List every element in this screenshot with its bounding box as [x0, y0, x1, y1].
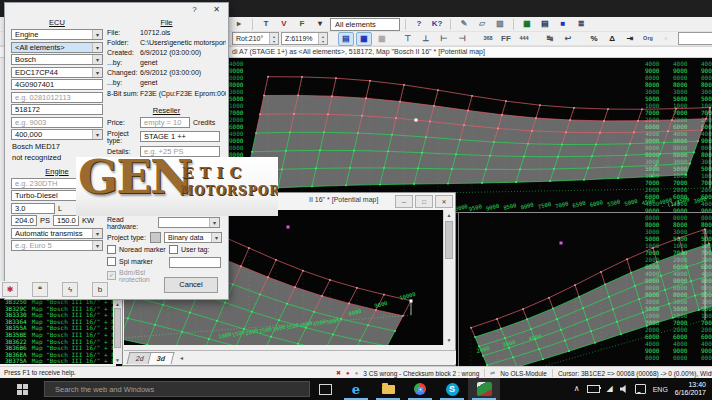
- text-map-icon[interactable]: T: [258, 17, 274, 31]
- software-version-field[interactable]: [11, 104, 103, 115]
- tab-scroll-left-icon[interactable]: ◂: [180, 353, 183, 364]
- potential-map-scrollbar[interactable]: ▲ ▼: [443, 210, 454, 345]
- scroll-thumb[interactable]: [114, 308, 121, 348]
- selection-icon[interactable]: ▫: [658, 32, 674, 46]
- axis-top-icon[interactable]: ⊤: [400, 32, 416, 46]
- noread-checkbox[interactable]: [107, 245, 116, 254]
- view-2d-icon[interactable]: ▤: [338, 32, 354, 46]
- format-dec-icon[interactable]: 368: [480, 32, 496, 46]
- taskbar-search-input[interactable]: Search the web and Windows: [44, 381, 310, 397]
- view-2d-small-icon[interactable]: ▤: [537, 17, 553, 31]
- vertex-dot: [685, 174, 687, 176]
- maximize-icon[interactable]: □: [415, 195, 433, 208]
- map-list-scrollbar[interactable]: ▲ ▼: [113, 299, 122, 364]
- value-map-icon[interactable]: V: [276, 17, 292, 31]
- scroll-down-icon[interactable]: ▼: [444, 335, 454, 345]
- power-ps-field[interactable]: [11, 215, 37, 226]
- filter-dropdown-icon[interactable]: ▾: [312, 17, 328, 31]
- zoom-spinner[interactable]: Z:6119%▴▾: [281, 32, 328, 45]
- axis-bottom-icon[interactable]: ⊥: [418, 32, 434, 46]
- software-number-field[interactable]: [11, 92, 103, 103]
- undo-icon[interactable]: ↩: [560, 32, 576, 46]
- scroll-down-icon[interactable]: ▼: [113, 355, 122, 364]
- context-help-icon[interactable]: K?: [429, 17, 445, 31]
- view-3d-icon[interactable]: ▦: [356, 32, 372, 46]
- network-icon[interactable]: ◢: [607, 385, 613, 393]
- format-word-icon[interactable]: 444: [516, 32, 532, 46]
- cancel-button[interactable]: Cancel: [164, 277, 218, 293]
- clock[interactable]: 13:40 6/16/2017: [675, 381, 706, 397]
- map-3d-secondary[interactable]: 200030004000: [459, 213, 712, 366]
- transmission-select[interactable]: Automatic transmiss▾: [11, 228, 103, 239]
- rotation-spinner[interactable]: Rot:210°▴▾: [232, 32, 279, 45]
- tab-width-icon[interactable]: ↹: [542, 32, 558, 46]
- spi-checkbox[interactable]: [107, 257, 116, 266]
- engine-type-select[interactable]: Engine▾: [11, 29, 103, 40]
- comment-icon[interactable]: ❝: [32, 282, 48, 297]
- lightning-icon[interactable]: ϟ: [62, 282, 78, 297]
- nav-next-icon[interactable]: ▸: [231, 17, 247, 31]
- graph-map-icon[interactable]: F: [294, 17, 310, 31]
- format-hex-icon[interactable]: FF: [498, 32, 514, 46]
- value-spinner-a[interactable]: ▴▾: [678, 32, 712, 45]
- hidden-icons-chevron-icon[interactable]: ∧: [574, 385, 580, 393]
- edit-map-icon[interactable]: ▱: [474, 17, 490, 31]
- start-button[interactable]: [0, 378, 44, 400]
- battery-icon[interactable]: [587, 385, 600, 393]
- edge-taskbar-button[interactable]: e: [340, 378, 372, 400]
- producer-select[interactable]: Bosch▾: [11, 54, 103, 65]
- help-icon[interactable]: ?: [411, 17, 427, 31]
- user-tag-field[interactable]: [169, 257, 221, 268]
- percent-icon[interactable]: %: [586, 32, 602, 46]
- vertex-dot: [535, 117, 537, 119]
- delta-icon[interactable]: Δ: [604, 32, 620, 46]
- hardware-number-field[interactable]: [11, 79, 103, 90]
- power-kw-field[interactable]: [53, 215, 79, 226]
- bookmark-icon[interactable]: b: [92, 282, 108, 297]
- ecu-type-select[interactable]: EDC17CP44▾: [11, 67, 103, 78]
- absolute-icon[interactable]: ⇥: [622, 32, 638, 46]
- dialog-title-bar[interactable]: ? ✕: [5, 3, 228, 16]
- read-hardware-select[interactable]: ▾: [158, 217, 220, 228]
- memory-size-select[interactable]: 400,000▾: [11, 129, 103, 140]
- tab-3d[interactable]: 3d: [147, 352, 174, 364]
- user-tag-checkbox[interactable]: [169, 245, 178, 254]
- dialog-close-icon[interactable]: ✕: [207, 3, 226, 16]
- language-indicator[interactable]: ENG: [653, 386, 668, 393]
- all-elements-select[interactable]: All elements: [330, 18, 400, 31]
- view-table-icon[interactable]: ▦: [374, 32, 390, 46]
- binary-type-select[interactable]: Binary data▾: [164, 232, 222, 243]
- winols-taskbar-button[interactable]: [468, 378, 500, 400]
- axis-right-icon[interactable]: ⊣: [454, 32, 470, 46]
- explorer-taskbar-button[interactable]: [372, 378, 404, 400]
- vertex-dot: [508, 347, 510, 349]
- emission-standard-select[interactable]: e.g. Euro 5▾: [11, 240, 103, 251]
- delete-map-icon[interactable]: ▨: [492, 17, 508, 31]
- action-center-icon[interactable]: [635, 384, 646, 394]
- chrome-taskbar-button[interactable]: [404, 378, 436, 400]
- volume-icon[interactable]: [620, 385, 628, 393]
- dialog-help-icon[interactable]: ?: [185, 3, 204, 16]
- price-field[interactable]: [140, 117, 190, 128]
- task-view-button[interactable]: [310, 378, 340, 400]
- favorites-icon[interactable]: ✱: [2, 282, 18, 297]
- map-list-row[interactable]: 3B375AMap "Bosch III 16/" + 8x8: [0, 358, 122, 364]
- skype-taskbar-button[interactable]: S: [436, 378, 468, 400]
- text-list-icon[interactable]: ≣: [573, 17, 589, 31]
- scroll-thumb[interactable]: [445, 221, 453, 259]
- minimize-icon[interactable]: ─: [395, 195, 413, 208]
- axis-left-icon[interactable]: ⊢: [436, 32, 452, 46]
- software-size-field[interactable]: [11, 117, 103, 128]
- elements-filter-select[interactable]: <All elements>▾: [11, 42, 103, 53]
- project-type-field[interactable]: [140, 131, 220, 142]
- map-3d-window-secondary[interactable]: 200030004000: [458, 213, 712, 366]
- original-icon[interactable]: Org: [640, 32, 656, 46]
- close-icon[interactable]: ✕: [435, 195, 453, 208]
- details-field[interactable]: [140, 146, 220, 157]
- vertex-dot: [417, 168, 419, 170]
- displacement-field[interactable]: [11, 203, 55, 214]
- view-3d-small-icon[interactable]: ■: [555, 17, 571, 31]
- insert-map-icon[interactable]: ✎: [456, 17, 472, 31]
- scroll-up-icon[interactable]: ▲: [444, 210, 454, 220]
- hexdump-view-icon[interactable]: ▦: [519, 17, 535, 31]
